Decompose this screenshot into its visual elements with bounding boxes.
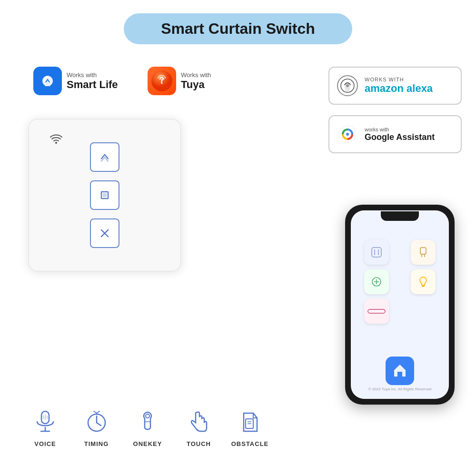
wifi-indicator-icon bbox=[50, 133, 63, 146]
onekey-label: ONEKEY bbox=[133, 440, 162, 447]
tuya-text: Works with Tuya bbox=[181, 71, 211, 91]
home-icon-bottom bbox=[386, 357, 414, 385]
app-icon-bulb bbox=[411, 269, 436, 294]
page-title: Smart Curtain Switch bbox=[161, 20, 315, 37]
phone-screen: © 2022 Tuya Inc. All Rights Reserved bbox=[351, 210, 449, 399]
switch-panel bbox=[29, 119, 181, 271]
svg-rect-16 bbox=[372, 248, 381, 257]
phone-notch bbox=[381, 211, 419, 221]
alexa-brand: amazon alexa bbox=[365, 82, 433, 95]
alexa-works-with: WORKS WITH bbox=[365, 77, 433, 82]
phone-copyright: © 2022 Tuya Inc. All Rights Reserved bbox=[368, 387, 432, 391]
google-assistant-badge: works with Google Assistant bbox=[328, 115, 462, 153]
svg-point-9 bbox=[346, 133, 349, 136]
voice-label: VOICE bbox=[34, 440, 56, 447]
bottom-features: VOICE TIMING ONEKEY bbox=[24, 408, 271, 447]
feature-voice: VOICE bbox=[24, 408, 67, 447]
svg-line-35 bbox=[97, 423, 101, 426]
svg-point-0 bbox=[48, 77, 50, 79]
timing-icon bbox=[82, 408, 111, 436]
touch-icon bbox=[185, 408, 213, 436]
svg-point-5 bbox=[346, 84, 349, 87]
curtain-up-button[interactable] bbox=[90, 142, 119, 172]
app-icon-strip bbox=[364, 299, 389, 324]
tuya-badge: t Works with Tuya bbox=[148, 67, 211, 95]
app-icon-add bbox=[364, 269, 389, 294]
obstacle-icon bbox=[236, 408, 264, 436]
feature-onekey: ONEKEY bbox=[126, 408, 169, 447]
svg-line-36 bbox=[94, 411, 97, 413]
app-icon-curtain bbox=[364, 240, 389, 265]
obstacle-label: OBSTACLE bbox=[231, 440, 269, 447]
svg-point-10 bbox=[55, 142, 57, 144]
app-icon-plug bbox=[411, 240, 436, 265]
svg-rect-17 bbox=[420, 248, 426, 254]
phone-mockup: © 2022 Tuya Inc. All Rights Reserved bbox=[345, 205, 455, 405]
svg-rect-12 bbox=[103, 193, 107, 198]
smart-life-icon bbox=[33, 67, 62, 95]
onekey-icon bbox=[133, 408, 162, 436]
alexa-text: WORKS WITH amazon alexa bbox=[365, 77, 433, 95]
tuya-works-with: Works with bbox=[181, 71, 211, 79]
smart-life-text: Works with Smart Life bbox=[67, 71, 118, 91]
google-brand: Google Assistant bbox=[365, 132, 435, 142]
svg-rect-26 bbox=[397, 372, 402, 377]
svg-line-37 bbox=[97, 411, 99, 413]
alexa-badge: WORKS WITH amazon alexa bbox=[328, 67, 462, 105]
smart-life-brand: Smart Life bbox=[67, 79, 118, 91]
feature-touch: TOUCH bbox=[178, 408, 220, 447]
smart-life-badge: Works with Smart Life bbox=[33, 67, 118, 95]
tuya-icon: t bbox=[148, 67, 176, 95]
google-text: works with Google Assistant bbox=[365, 127, 435, 142]
touch-label: TOUCH bbox=[187, 440, 211, 447]
google-icon bbox=[337, 124, 358, 145]
curtain-stop-button[interactable] bbox=[90, 180, 119, 210]
voice-icon bbox=[31, 408, 60, 436]
feature-timing: TIMING bbox=[75, 408, 118, 447]
smart-life-works-with: Works with bbox=[67, 71, 118, 79]
google-works-with: works with bbox=[365, 127, 435, 132]
tuya-brand: Tuya bbox=[181, 79, 211, 91]
alexa-icon bbox=[337, 75, 358, 96]
phone-mockup-container: © 2022 Tuya Inc. All Rights Reserved bbox=[338, 205, 462, 405]
app-grid bbox=[351, 210, 449, 353]
title-banner: Smart Curtain Switch bbox=[124, 13, 352, 44]
timing-label: TIMING bbox=[84, 440, 109, 447]
svg-rect-25 bbox=[368, 309, 385, 313]
feature-obstacle: OBSTACLE bbox=[228, 408, 271, 447]
curtain-down-button[interactable] bbox=[90, 218, 119, 248]
svg-point-38 bbox=[146, 414, 149, 418]
